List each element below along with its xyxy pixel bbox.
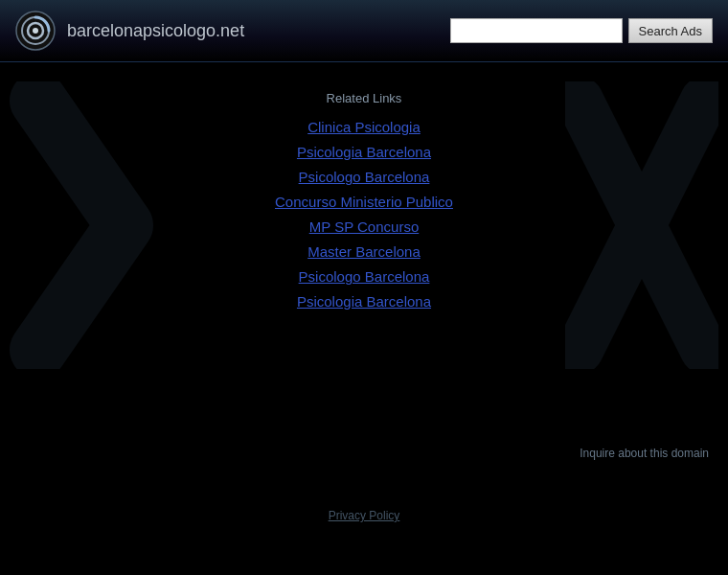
related-link-5[interactable]: Master Barcelona xyxy=(307,243,421,260)
related-link-7[interactable]: Psicologia Barcelona xyxy=(297,293,431,310)
header: barcelonapsicologo.net Search Ads xyxy=(0,0,728,62)
related-link-0[interactable]: Clinica Psicologia xyxy=(307,119,421,135)
search-button[interactable]: Search Ads xyxy=(628,18,714,43)
related-link-4[interactable]: MP SP Concurso xyxy=(309,218,420,235)
main-content: Related Links Clinica PsicologiaPsicolog… xyxy=(0,62,728,575)
related-links-list: Clinica PsicologiaPsicologia BarcelonaPs… xyxy=(275,119,453,310)
related-link-3[interactable]: Concurso Ministerio Publico xyxy=(275,194,453,210)
privacy-policy-link[interactable]: Privacy Policy xyxy=(329,509,400,522)
svg-point-3 xyxy=(33,28,38,34)
right-x-decoration xyxy=(565,81,718,369)
inquire-link[interactable]: Inquire about this domain xyxy=(580,447,709,460)
related-links-heading: Related Links xyxy=(327,91,402,105)
site-title: barcelonapsicologo.net xyxy=(67,21,244,41)
left-chevron-decoration xyxy=(10,81,153,369)
search-input[interactable] xyxy=(450,18,623,43)
search-area: Search Ads xyxy=(450,18,714,43)
related-link-6[interactable]: Psicologo Barcelona xyxy=(299,268,430,285)
logo-icon xyxy=(15,11,56,51)
related-link-1[interactable]: Psicologia Barcelona xyxy=(297,144,431,160)
logo-area: barcelonapsicologo.net xyxy=(15,11,450,51)
content-area: Related Links Clinica PsicologiaPsicolog… xyxy=(275,91,453,310)
related-link-2[interactable]: Psicologo Barcelona xyxy=(299,169,430,185)
